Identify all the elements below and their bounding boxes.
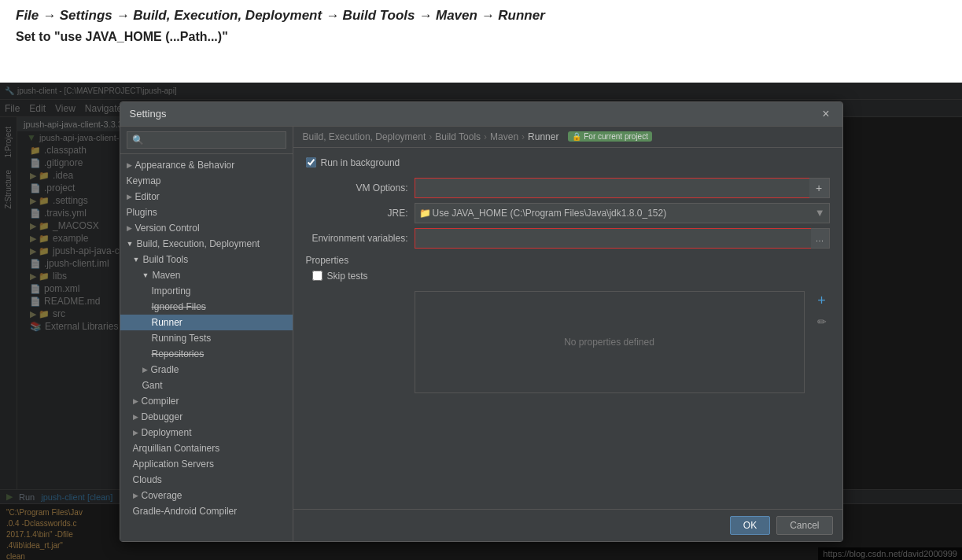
tree-compiler[interactable]: ▶ Compiler <box>120 393 293 409</box>
tree-plugins[interactable]: Plugins <box>120 204 293 220</box>
settings-search-area <box>120 127 293 154</box>
breadcrumb-part2: Build Tools <box>435 131 481 142</box>
settings-right-panel: Build, Execution, Deployment › Build Too… <box>293 127 842 541</box>
tree-arquillian[interactable]: Arquillian Containers <box>120 440 293 456</box>
dialog-footer: OK Cancel <box>293 509 842 541</box>
dialog-close-button[interactable]: × <box>819 107 832 121</box>
cancel-button[interactable]: Cancel <box>776 516 832 535</box>
skip-tests-label[interactable]: Skip tests <box>327 271 368 282</box>
breadcrumb-part1: Build, Execution, Deployment <box>303 131 426 142</box>
dialog-title: Settings <box>130 108 167 120</box>
project-badge: 🔒 For current project <box>568 131 651 142</box>
ok-button[interactable]: OK <box>730 516 770 535</box>
env-vars-input[interactable] <box>415 228 830 249</box>
vm-options-label: VM Options: <box>306 182 408 193</box>
tree-importing[interactable]: Importing <box>120 283 293 299</box>
breadcrumb-part3: Maven <box>490 131 518 142</box>
skip-tests-checkbox[interactable] <box>312 271 323 281</box>
properties-title: Properties <box>306 255 830 266</box>
tree-coverage[interactable]: ▶ Coverage <box>120 488 293 503</box>
modal-overlay: Settings × ▶ Appearance & Behavior Ke <box>0 83 962 560</box>
tree-deployment[interactable]: ▶ Deployment <box>120 425 293 440</box>
settings-tree: ▶ Appearance & Behavior Keymap ▶ Editor … <box>120 154 293 541</box>
settings-search-input[interactable] <box>127 131 286 149</box>
tree-runner[interactable]: Runner <box>120 315 293 330</box>
settings-breadcrumb: Build, Execution, Deployment › Build Too… <box>293 127 842 148</box>
jre-folder-icon: 📁 <box>419 208 431 219</box>
tree-version-control[interactable]: ▶ Version Control <box>120 220 293 236</box>
action-buttons: + ✏ <box>814 291 830 393</box>
no-properties-text: No properties defined <box>564 337 654 348</box>
settings-dialog: Settings × ▶ Appearance & Behavior Ke <box>120 101 843 542</box>
annotation-area: File → Settings → Build, Execution, Depl… <box>0 0 962 83</box>
env-vars-label: Environment variables: <box>306 233 408 244</box>
jre-label: JRE: <box>306 208 408 219</box>
tree-gant[interactable]: Gant <box>120 378 293 393</box>
jre-select[interactable]: Use JAVA_HOME (C:\Program Files\Java\jdk… <box>415 203 830 223</box>
properties-box: No properties defined <box>415 291 805 393</box>
tree-clouds[interactable]: Clouds <box>120 472 293 488</box>
skip-tests-row: Skip tests <box>312 271 830 282</box>
properties-area-row: No properties defined + ✏ <box>306 291 830 393</box>
tree-gradle[interactable]: ▶ Gradle <box>120 362 293 378</box>
breadcrumb-current: Runner <box>528 131 558 142</box>
tree-build-tools[interactable]: ▼ Build Tools <box>120 252 293 267</box>
tree-repositories[interactable]: Repositories <box>120 346 293 362</box>
annotation-line1: File → Settings → Build, Execution, Depl… <box>16 8 946 24</box>
annotation-line2: Set to "use JAVA_HOME (...Path...)" <box>16 30 946 44</box>
tree-gradle-android[interactable]: Gradle-Android Compiler <box>120 503 293 519</box>
edit-property-button[interactable]: ✏ <box>814 314 830 330</box>
env-vars-wrap: … <box>415 228 830 249</box>
add-property-button[interactable]: + <box>814 291 830 311</box>
env-vars-row: Environment variables: … <box>306 228 830 249</box>
tree-app-servers[interactable]: Application Servers <box>120 456 293 472</box>
tree-debugger[interactable]: ▶ Debugger <box>120 409 293 425</box>
run-in-background-label[interactable]: Run in background <box>321 157 400 168</box>
env-vars-expand-button[interactable]: … <box>811 228 830 249</box>
tree-ignored-files[interactable]: Ignored Files <box>120 299 293 315</box>
vm-options-wrap: + <box>415 178 830 198</box>
tree-keymap[interactable]: Keymap <box>120 173 293 189</box>
properties-section: Properties Skip tests No properties defi… <box>306 255 830 393</box>
settings-left-panel: ▶ Appearance & Behavior Keymap ▶ Editor … <box>120 127 293 541</box>
vm-options-expand-button[interactable]: + <box>809 178 830 198</box>
tree-build-execution[interactable]: ▼ Build, Execution, Deployment <box>120 236 293 252</box>
settings-content: Run in background VM Options: + JRE: <box>293 148 842 509</box>
jre-select-wrap: 📁 Use JAVA_HOME (C:\Program Files\Java\j… <box>415 203 830 223</box>
tree-running-tests[interactable]: Running Tests <box>120 330 293 346</box>
run-in-background-checkbox[interactable] <box>306 157 316 168</box>
dialog-body: ▶ Appearance & Behavior Keymap ▶ Editor … <box>120 127 842 541</box>
dialog-titlebar: Settings × <box>120 102 842 127</box>
run-in-background-row: Run in background <box>306 157 830 168</box>
tree-maven[interactable]: ▼ Maven <box>120 267 293 283</box>
tree-appearance[interactable]: ▶ Appearance & Behavior <box>120 157 293 173</box>
tree-editor[interactable]: ▶ Editor <box>120 189 293 204</box>
vm-options-row: VM Options: + <box>306 178 830 198</box>
vm-options-input[interactable] <box>415 178 830 198</box>
jre-row: JRE: 📁 Use JAVA_HOME (C:\Program Files\J… <box>306 203 830 223</box>
